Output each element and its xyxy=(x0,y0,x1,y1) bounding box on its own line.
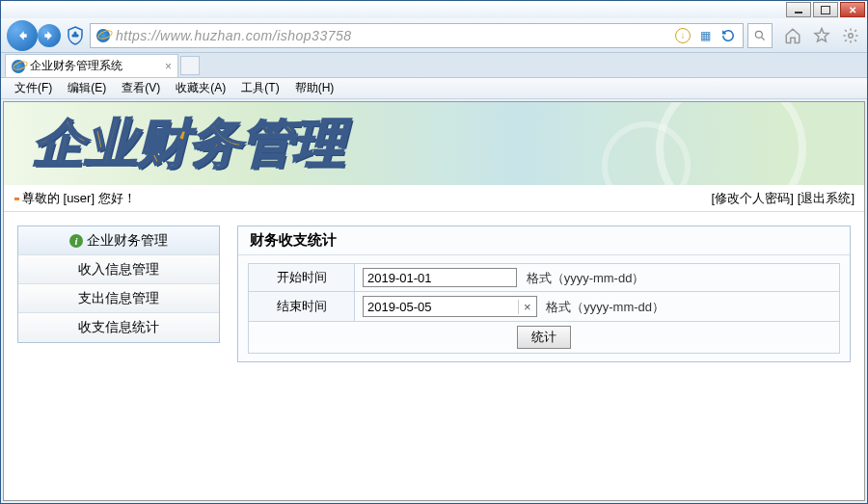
panel-title: 财务收支统计 xyxy=(238,226,850,255)
arrow-right-icon xyxy=(42,29,56,42)
sidebar-item-label: 企业财务管理 xyxy=(87,232,168,250)
security-shield-icon[interactable] xyxy=(65,25,86,46)
star-icon xyxy=(813,27,830,44)
sidebar-item-label: 支出信息管理 xyxy=(78,290,159,307)
browser-tool-buttons xyxy=(776,25,861,46)
start-date-input[interactable] xyxy=(363,268,517,287)
bullet-icon: ▪▪ xyxy=(14,192,18,205)
gear-icon xyxy=(842,27,859,44)
change-password-link[interactable]: [修改个人密码] xyxy=(712,190,794,207)
form-row-start: 开始时间 格式（yyyy-mm-dd） xyxy=(249,264,840,292)
side-menu: i 企业财务管理 收入信息管理 支出信息管理 收支信息统计 xyxy=(17,225,220,343)
browser-tab[interactable]: 企业财务管理系统 × xyxy=(5,54,178,77)
tools-button[interactable] xyxy=(840,25,861,46)
stop-icon[interactable]: ▦ xyxy=(696,27,714,44)
svg-point-1 xyxy=(849,33,854,38)
ie-icon xyxy=(96,29,110,42)
search-box[interactable] xyxy=(747,23,773,48)
maximize-button[interactable] xyxy=(813,2,838,17)
forward-button[interactable] xyxy=(38,24,61,47)
form-table: 开始时间 格式（yyyy-mm-dd） 结束时间 xyxy=(248,263,840,354)
start-date-label: 开始时间 xyxy=(249,264,355,292)
end-date-input[interactable] xyxy=(364,298,518,315)
minimize-button[interactable] xyxy=(786,2,811,17)
search-icon xyxy=(753,29,767,42)
favorites-button[interactable] xyxy=(811,25,832,46)
tab-close-button[interactable]: × xyxy=(165,60,172,73)
menu-bar: 文件(F) 编辑(E) 查看(V) 收藏夹(A) 工具(T) 帮助(H) xyxy=(1,78,867,99)
menu-help[interactable]: 帮助(H) xyxy=(287,78,342,98)
home-icon xyxy=(784,27,801,44)
content: 财务收支统计 开始时间 格式（yyyy-mm-dd） 结 xyxy=(237,225,851,485)
form-row-submit: 统计 xyxy=(249,322,840,354)
greeting-user: [user] xyxy=(64,191,95,205)
back-button[interactable] xyxy=(7,20,38,51)
ie-icon xyxy=(12,60,25,73)
sidebar-item-income[interactable]: 收入信息管理 xyxy=(18,255,219,284)
compat-view-icon[interactable]: ↓ xyxy=(675,28,691,43)
sidebar-item-expense[interactable]: 支出信息管理 xyxy=(18,284,219,313)
sidebar-item-label: 收支信息统计 xyxy=(78,319,159,336)
new-tab-button[interactable] xyxy=(180,56,200,75)
address-bar: https://www.huzhan.com/ishop33758 ↓ ▦ xyxy=(1,18,867,53)
greeting-prefix: 尊敬的 xyxy=(22,190,60,207)
submit-button[interactable]: 统计 xyxy=(517,326,571,349)
window-titlebar: ✕ xyxy=(1,1,867,18)
menu-tools[interactable]: 工具(T) xyxy=(233,78,286,98)
start-date-hint: 格式（yyyy-mm-dd） xyxy=(527,271,645,285)
home-button[interactable] xyxy=(782,25,803,46)
end-date-label: 结束时间 xyxy=(249,292,355,322)
sidebar: i 企业财务管理 收入信息管理 支出信息管理 收支信息统计 xyxy=(17,225,220,485)
end-date-hint: 格式（yyyy-mm-dd） xyxy=(546,300,665,314)
refresh-icon[interactable] xyxy=(719,27,737,44)
arrow-left-icon xyxy=(15,29,29,42)
banner-title: 企业财务管理 xyxy=(33,109,345,179)
banner: 企业财务管理 xyxy=(4,102,864,185)
greeting-suffix: 您好！ xyxy=(98,190,136,207)
svg-point-0 xyxy=(755,31,762,38)
tab-title: 企业财务管理系统 xyxy=(30,58,122,74)
menu-file[interactable]: 文件(F) xyxy=(7,78,60,98)
page-content: 企业财务管理 ▪▪ 尊敬的 [user] 您好！ [修改个人密码] [退出系统]… xyxy=(3,101,865,501)
sidebar-item-finance-mgmt[interactable]: i 企业财务管理 xyxy=(18,226,219,255)
menu-view[interactable]: 查看(V) xyxy=(114,78,168,98)
url-tools: ↓ ▦ xyxy=(675,27,737,44)
form-row-end: 结束时间 × 格式（yyyy-mm-dd） xyxy=(249,292,840,322)
browser-window: ✕ https://www.huzhan.com/ishop33758 ↓ ▦ xyxy=(0,0,868,504)
greeting-row: ▪▪ 尊敬的 [user] 您好！ [修改个人密码] [退出系统] xyxy=(4,185,864,212)
info-icon: i xyxy=(69,234,83,248)
sidebar-item-label: 收入信息管理 xyxy=(78,261,159,279)
url-text: https://www.huzhan.com/ishop33758 xyxy=(116,28,669,43)
clear-input-button[interactable]: × xyxy=(518,300,536,314)
logout-link[interactable]: [退出系统] xyxy=(798,190,854,207)
stats-panel: 财务收支统计 开始时间 格式（yyyy-mm-dd） 结 xyxy=(237,225,851,362)
url-field[interactable]: https://www.huzhan.com/ishop33758 ↓ ▦ xyxy=(90,23,744,48)
sidebar-item-stats[interactable]: 收支信息统计 xyxy=(18,313,219,342)
menu-edit[interactable]: 编辑(E) xyxy=(60,78,114,98)
tab-strip: 企业财务管理系统 × xyxy=(1,53,867,78)
main-area: i 企业财务管理 收入信息管理 支出信息管理 收支信息统计 财务 xyxy=(4,212,864,498)
menu-favorites[interactable]: 收藏夹(A) xyxy=(168,78,233,98)
close-button[interactable]: ✕ xyxy=(840,2,865,17)
